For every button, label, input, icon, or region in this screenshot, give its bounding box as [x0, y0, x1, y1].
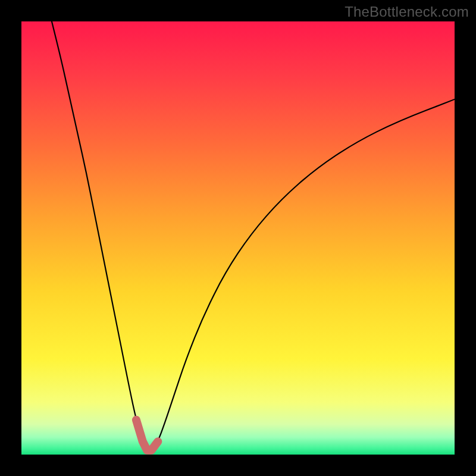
chart-frame: TheBottleneck.com: [0, 0, 476, 476]
highlight-dip: [136, 420, 158, 450]
curve-layer: [21, 21, 455, 455]
bottleneck-curve: [52, 21, 455, 450]
plot-area: [21, 21, 455, 455]
watermark-text: TheBottleneck.com: [345, 4, 469, 20]
